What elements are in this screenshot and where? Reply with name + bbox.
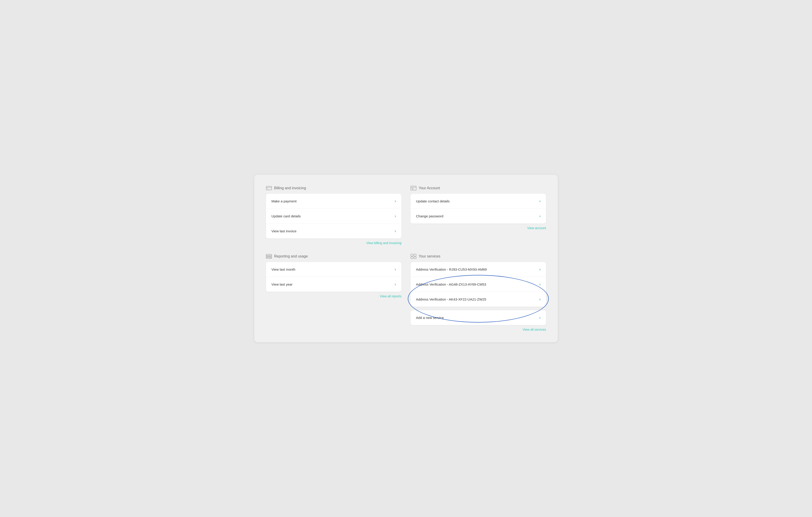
change-password-item[interactable]: Change password › bbox=[410, 209, 546, 224]
services-wrapper: Address Verification - RJ93-CU53-MX93-AM… bbox=[410, 262, 546, 325]
reporting-title: Reporting and usage bbox=[266, 254, 402, 259]
reporting-section: Reporting and usage View last month › Vi… bbox=[266, 254, 402, 332]
chevron-icon: › bbox=[539, 315, 541, 320]
svg-rect-3 bbox=[411, 186, 416, 190]
view-last-invoice-item[interactable]: View last invoice › bbox=[266, 224, 402, 238]
chevron-icon: › bbox=[539, 214, 541, 219]
account-section: Your Account Update contact details › Ch… bbox=[410, 185, 546, 245]
billing-icon bbox=[266, 185, 272, 191]
chevron-icon: › bbox=[395, 267, 396, 272]
chevron-icon: › bbox=[539, 199, 541, 204]
make-payment-item[interactable]: Make a payment › bbox=[266, 194, 402, 209]
chevron-icon: › bbox=[395, 282, 396, 287]
svg-rect-13 bbox=[414, 254, 416, 256]
svg-rect-12 bbox=[411, 254, 413, 256]
billing-items-box: Make a payment › Update card details › V… bbox=[266, 194, 402, 238]
chevron-icon: › bbox=[539, 297, 541, 302]
chevron-icon: › bbox=[395, 214, 396, 219]
billing-section: Billing and invoicing Make a payment › U… bbox=[266, 185, 402, 245]
reporting-items-box: View last month › View last year › bbox=[266, 262, 402, 292]
billing-title: Billing and invoicing bbox=[266, 185, 402, 191]
svg-rect-14 bbox=[411, 257, 413, 259]
chevron-icon: › bbox=[539, 282, 541, 287]
bottom-row: Reporting and usage View last month › Vi… bbox=[266, 254, 546, 332]
view-last-month-item[interactable]: View last month › bbox=[266, 262, 402, 277]
service-item-0[interactable]: Address Verification - RJ93-CU53-MX93-AM… bbox=[410, 262, 546, 277]
services-title: Your services bbox=[410, 254, 546, 259]
services-items-box: Address Verification - RJ93-CU53-MX93-AM… bbox=[410, 262, 546, 307]
chevron-icon: › bbox=[395, 199, 396, 204]
update-card-item[interactable]: Update card details › bbox=[266, 209, 402, 224]
services-icon bbox=[410, 254, 416, 259]
view-last-year-item[interactable]: View last year › bbox=[266, 277, 402, 292]
svg-rect-11 bbox=[270, 256, 271, 258]
view-account-link[interactable]: View account bbox=[410, 226, 546, 230]
service-item-2[interactable]: Address Verification - AK43-XF22-UA21-ZW… bbox=[410, 292, 546, 307]
view-billing-link[interactable]: View billing and invoicing bbox=[266, 241, 402, 245]
update-contact-item[interactable]: Update contact details › bbox=[410, 194, 546, 209]
svg-rect-10 bbox=[268, 256, 269, 257]
add-service-item[interactable]: Add a new service › bbox=[410, 310, 546, 325]
svg-rect-0 bbox=[266, 186, 272, 190]
svg-rect-9 bbox=[267, 256, 268, 258]
svg-rect-15 bbox=[414, 257, 416, 259]
services-section: Your services Address Verification - RJ9… bbox=[410, 254, 546, 332]
view-all-services-link[interactable]: View all services bbox=[410, 328, 546, 332]
account-icon bbox=[410, 185, 416, 191]
main-card: Billing and invoicing Make a payment › U… bbox=[254, 175, 558, 342]
add-service-box: Add a new service › bbox=[410, 310, 546, 325]
view-all-reports-link[interactable]: View all reports bbox=[266, 294, 402, 298]
chevron-icon: › bbox=[395, 229, 396, 233]
account-items-box: Update contact details › Change password… bbox=[410, 194, 546, 224]
account-title: Your Account bbox=[410, 185, 546, 191]
top-row: Billing and invoicing Make a payment › U… bbox=[266, 185, 546, 245]
chevron-icon: › bbox=[539, 267, 541, 272]
reporting-icon bbox=[266, 254, 272, 259]
service-item-1[interactable]: Address Verification - AG48-ZX13-AY69-CM… bbox=[410, 277, 546, 292]
